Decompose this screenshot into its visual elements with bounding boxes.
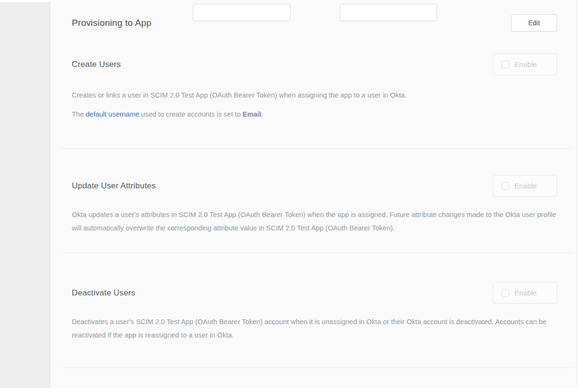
section-create-users: Create Users Enable Creates or links a u… [72,54,557,120]
truncated-input-field-1[interactable] [193,4,290,21]
default-username-line: The default username used to create acco… [72,109,557,120]
section-title: Update User Attributes [72,181,156,191]
section-description: Deactivates a user's SCIM 2.0 Test App (… [72,315,557,342]
edit-button[interactable]: Edit [511,14,557,32]
default-username-link[interactable]: default username [86,110,139,118]
provisioning-panel: Provisioning to App Edit Create Users En… [51,0,577,388]
checkbox-icon[interactable] [502,289,509,297]
section-description: Creates or links a user in SCIM 2.0 Test… [72,90,557,100]
desc-prefix: The [72,110,86,118]
section-title: Create Users [72,60,121,69]
desc-suffix: . [261,110,263,118]
checkbox-icon[interactable] [502,182,509,190]
enable-toggle-create-users[interactable]: Enable [493,54,557,75]
checkbox-icon[interactable] [502,61,509,68]
enable-toggle-update-user-attributes[interactable]: Enable [493,175,557,196]
username-value: Email [243,110,261,118]
section-description: Okta updates a user's attributes in SCIM… [72,208,557,235]
section-update-user-attributes: Update User Attributes Enable Okta updat… [72,175,557,235]
truncated-input-field-2[interactable] [340,4,437,21]
enable-label: Enable [514,182,537,190]
section-divider [59,148,574,149]
left-sidebar [0,2,50,388]
desc-middle: used to create accounts is set to [139,110,243,118]
panel-header: Provisioning to App Edit [72,14,557,32]
section-divider [59,252,574,253]
page: Provisioning to App Edit Create Users En… [0,0,580,392]
enable-toggle-deactivate-users[interactable]: Enable [493,282,557,304]
enable-label: Enable [514,60,537,68]
section-divider [59,368,574,368]
section-deactivate-users: Deactivate Users Enable Deactivates a us… [72,282,557,342]
section-title: Deactivate Users [72,288,135,298]
enable-label: Enable [514,289,537,297]
page-title: Provisioning to App [72,18,151,28]
